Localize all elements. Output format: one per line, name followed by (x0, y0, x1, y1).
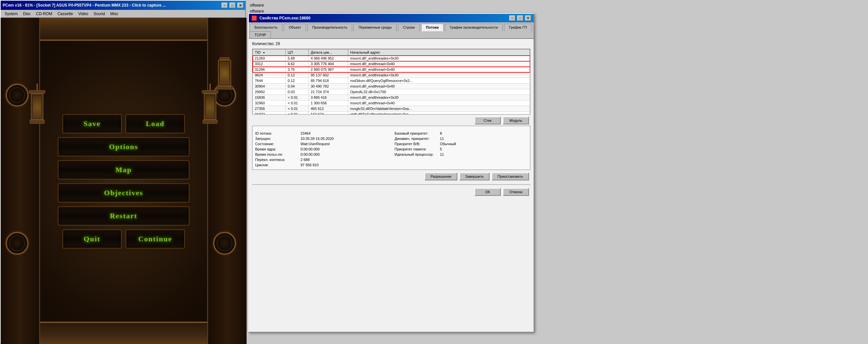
detail-row-cycles: Циклов: 97 956 810 (255, 163, 388, 167)
col-addr-label: Начальный адрес (350, 50, 380, 54)
cycles-label: Циклов: (255, 163, 298, 167)
terminate-button[interactable]: Завершить (459, 172, 490, 180)
col-tid-label: TID (255, 50, 261, 54)
detail-row-kernel-time: Время ядра: 0:00:00.000 (255, 147, 388, 151)
menu-sound[interactable]: Sound (91, 11, 108, 17)
thread-addr: nvd3dum.dll!QueryOglResource+0x2... (348, 78, 530, 84)
thread-table: TID ▼ ЦП Дельта цик... Начальный адрес (252, 49, 530, 114)
props-minimize-button[interactable]: − (509, 16, 515, 21)
thread-cpu: 0.12 (286, 78, 309, 84)
menu-misc[interactable]: Misc (107, 11, 121, 17)
thread-count: Количество: 29 (252, 41, 530, 46)
menu-row-2: Options (41, 137, 206, 156)
pcem-game-area: Save Load Options Map Obj (1, 18, 247, 344)
stack-button[interactable]: Стек (474, 117, 501, 124)
tab-stroki[interactable]: Строки (398, 24, 420, 31)
quit-label: Quit (84, 235, 101, 243)
game-menu: Save Load Options Map Obj (41, 114, 206, 249)
suspend-button[interactable]: Приостановить (492, 172, 529, 180)
menu-row-5: Restart (41, 206, 206, 226)
table-row[interactable]: 98240.1395 137 602msvcrt.dll!_endthreade… (253, 73, 530, 78)
menu-row-1: Save Load (41, 114, 206, 133)
objectives-label: Objectives (104, 189, 143, 197)
thread-cpu: 5.68 (286, 56, 309, 61)
thread-addr: msvcrt.dll!_endthread+0x40 (348, 61, 530, 67)
detail-row-ctx: Перекл. контекса: 2 688 (255, 158, 388, 162)
thread-cpu: 3.75 (286, 67, 309, 73)
menu-disc[interactable]: Disc (20, 11, 33, 17)
col-delta-label: Дельта цик... (311, 50, 332, 54)
thread-addr: msvcrt.dll!_endthreadex+0x30 (348, 95, 530, 101)
col-addr[interactable]: Начальный адрес (348, 49, 530, 56)
thread-table-container[interactable]: TID ▼ ЦП Дельта цик... Начальный адрес (252, 49, 530, 115)
table-row[interactable]: 299920.0321 724 374OpenAL32.dll+0x1700 (253, 89, 530, 95)
table-row[interactable]: 76440.1285 794 618nvd3dum.dll!QueryOglRe… (253, 78, 530, 84)
permissions-button[interactable]: Разрешения (425, 172, 457, 180)
save-button[interactable]: Save (62, 114, 122, 133)
mem-prio-value: 5 (440, 147, 442, 151)
thread-delta: 1 300 656 (309, 101, 348, 106)
dyn-prio-value: 11 (440, 137, 444, 141)
thread-addr: msvcrt.dll!_endthread+0x40 (348, 84, 530, 89)
tab-peremennye[interactable]: Переменные среды (353, 24, 397, 31)
pcem-close-button[interactable]: ✕ (237, 3, 243, 8)
restart-label: Restart (110, 212, 137, 220)
menu-video[interactable]: Video (75, 11, 91, 17)
table-row[interactable]: 32960< 0.011 300 656msvcrt.dll!_endthrea… (253, 101, 530, 106)
pcem-maximize-button[interactable]: □ (229, 3, 236, 8)
sort-arrow-tid: ▼ (263, 51, 265, 54)
table-row[interactable]: 27356< 0.01465 612nvoglv32.dll!DrvValida… (253, 106, 530, 112)
thread-delta: 465 612 (309, 106, 348, 112)
tab-tcpip[interactable]: TCP/IP (250, 31, 271, 38)
pcem-title-text: PCem v16 - 81% - [Socket 7] ASUS P/I-P55… (3, 3, 220, 7)
detail-row-dyn-prio: Динамич. приоритет: 11 (395, 137, 527, 141)
thread-cpu: 4.62 (286, 61, 309, 67)
module-button[interactable]: Модуль (503, 117, 529, 124)
table-row[interactable]: 31972< 0.01142 674ntdll.dll!TpCallbackIn… (253, 112, 530, 115)
thread-tid: 3312 (253, 61, 286, 67)
col-delta[interactable]: Дельта цик... (309, 49, 348, 56)
quit-button[interactable]: Quit (62, 229, 122, 249)
col-tid[interactable]: TID ▼ (253, 49, 286, 56)
cancel-button[interactable]: Отмена (503, 188, 529, 196)
table-row[interactable]: 312963.752 680 075 987msvcrt.dll!_endthr… (253, 67, 530, 73)
menu-cdrom[interactable]: CD-ROM (33, 11, 55, 17)
menu-cassette[interactable]: Cassette (55, 11, 75, 17)
map-button[interactable]: Map (58, 160, 189, 179)
objectives-button[interactable]: Objectives (58, 183, 189, 202)
menu-system[interactable]: System (2, 11, 20, 17)
thread-tid: 7644 (253, 78, 286, 84)
tab-graf-proizv[interactable]: График производительности (445, 24, 503, 31)
ok-button[interactable]: ОК (474, 188, 501, 196)
table-row[interactable]: 309040.0430 490 782msvcrt.dll!_endthread… (253, 84, 530, 89)
table-row[interactable]: 33124.623 305 776 404msvcrt.dll!_endthre… (253, 61, 530, 67)
options-button[interactable]: Options (58, 137, 189, 156)
props-close-button[interactable]: ✕ (525, 16, 531, 21)
col-cpu[interactable]: ЦП (286, 49, 309, 56)
table-row[interactable]: 212605.684 066 496 952msvcrt.dll!_endthr… (253, 56, 530, 61)
thread-cpu: < 0.01 (286, 95, 309, 101)
dyn-prio-label: Динамич. приоритет: (395, 137, 437, 141)
base-prio-label: Базовый приоритет: (395, 131, 437, 135)
tab-obekt[interactable]: Объект (284, 24, 306, 31)
table-row[interactable]: 15836< 0.013 895 416msvcrt.dll!_endthrea… (253, 95, 530, 101)
continue-label: Continue (138, 235, 172, 243)
restart-button[interactable]: Restart (58, 206, 189, 226)
pcem-menubar: System Disc CD-ROM Cassette Video Sound … (1, 10, 245, 18)
props-maximize-button[interactable]: □ (517, 16, 523, 21)
tab-potoki[interactable]: Потоки (421, 24, 444, 31)
ideal-cpu-value: 11 (440, 152, 444, 156)
ideal-cpu-label: Идеальный процессор: (395, 152, 437, 156)
stack-module-btn-row: Стек Модуль (252, 117, 530, 124)
table-header-row: TID ▼ ЦП Дельта цик... Начальный адрес (253, 49, 530, 56)
thread-table-scroll[interactable]: TID ▼ ЦП Дельта цик... Начальный адрес (252, 49, 530, 114)
tab-proizv[interactable]: Производительность (307, 24, 352, 31)
tab-graf-gp[interactable]: График ГП (504, 24, 532, 31)
detail-row-mem-prio: Приоритет памяти: 5 (395, 147, 527, 151)
ok-cancel-row: ОК Отмена (252, 184, 530, 196)
thread-cpu: 0.04 (286, 84, 309, 89)
tab-bezopasnost[interactable]: Безопасность (250, 24, 282, 31)
pcem-minimize-button[interactable]: − (222, 3, 227, 8)
continue-button[interactable]: Continue (126, 229, 185, 249)
load-button[interactable]: Load (126, 114, 185, 133)
